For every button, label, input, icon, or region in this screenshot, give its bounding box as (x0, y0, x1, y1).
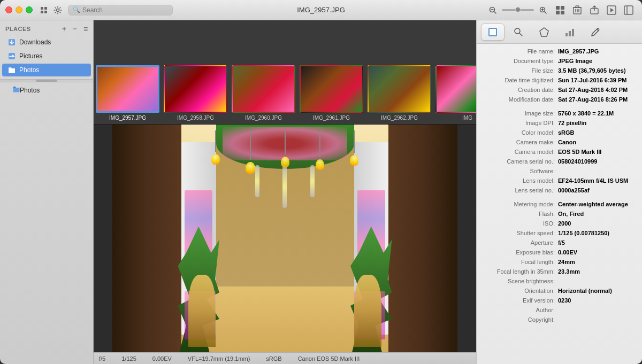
thumbnail-item-3[interactable]: IMG_2961.JPG (297, 62, 365, 124)
info-label: Aperture: (483, 239, 558, 246)
svg-marker-24 (610, 8, 614, 12)
search-box[interactable]: 🔍 (68, 5, 173, 16)
info-value: 058024010999 (558, 158, 636, 165)
thumbnail-label-2: IMG_2960.JPG (245, 115, 282, 121)
thumbnail-item-1[interactable]: IMG_2958.JPG (162, 62, 230, 124)
info-row: Camera serial no.:058024010999 (477, 157, 642, 167)
sidebar-item-photos[interactable]: Photos (2, 64, 91, 76)
zoom-slider[interactable] (502, 3, 534, 18)
maximize-button[interactable]: + (26, 6, 33, 13)
thumbnail-image-0 (96, 65, 159, 113)
info-row: Lens serial no.:0000a255af (477, 186, 642, 196)
thumbnail-item-0[interactable]: IMG_2957.JPG (94, 62, 162, 124)
close-button[interactable]: × (5, 6, 12, 13)
sidebar: Places ＋ － ≡ Downloads Pictures (0, 20, 94, 364)
thumbnail-label-5: IMG (462, 115, 472, 121)
settings-button[interactable] (52, 4, 64, 16)
delete-button[interactable] (569, 3, 585, 18)
inspector-tab-edit[interactable] (584, 24, 607, 41)
inspector-tab-filter[interactable] (532, 24, 556, 41)
info-value: IMG_2957.JPG (558, 48, 636, 55)
info-row: Modification date:Sat 27-Aug-2016 8:26 P… (477, 95, 642, 105)
inspector-toolbar (477, 20, 642, 44)
photos-sub-icon (13, 86, 20, 94)
sidebar-add-button[interactable]: ＋ (59, 24, 70, 34)
info-label: Lens serial no.: (483, 187, 558, 193)
info-value: 1/125 (0.00781250) (558, 230, 636, 236)
sidebar-item-pictures[interactable]: Pictures (2, 50, 91, 63)
info-value: 24mm (558, 259, 636, 265)
info-row: Date time digitized:Sun 17-Jul-2016 6:39… (477, 76, 642, 86)
info-row: Focal length in 35mm:23.3mm (477, 267, 642, 277)
zoom-in-button[interactable] (535, 3, 551, 18)
inspector-tab-search[interactable] (507, 24, 530, 41)
inspector-content: File name:IMG_2957.JPGDocument type:JPEG… (477, 44, 642, 364)
status-aperture: f/5 (99, 355, 105, 362)
info-rows: File name:IMG_2957.JPGDocument type:JPEG… (477, 47, 642, 325)
main-image (112, 125, 457, 352)
status-camera: Canon EOS 5D Mark III (298, 355, 360, 362)
play-button[interactable] (603, 3, 620, 18)
info-value: 23.3mm (558, 268, 636, 275)
sidebar-toggle-button[interactable] (621, 3, 637, 18)
info-label: Exif version: (483, 297, 558, 304)
info-row: Creation date:Sat 27-Aug-2016 4:02 PM (477, 86, 642, 95)
info-row: ISO:2000 (477, 219, 642, 229)
content-area: IMG_2957.JPG IMG_2958.JPG IMG_2960.JPG I… (94, 20, 476, 364)
status-shutter: 1/125 (121, 355, 136, 362)
thumbnail-strip: IMG_2957.JPG IMG_2958.JPG IMG_2960.JPG I… (94, 20, 476, 125)
main-window: × − + 🔍 IMG_2957.JPG (0, 0, 642, 364)
info-label: Color model: (483, 129, 558, 136)
info-value: EOS 5D Mark III (558, 149, 636, 155)
svg-line-7 (494, 12, 496, 13)
info-label: Scene brightness: (483, 278, 558, 284)
info-value: Canon (558, 139, 636, 145)
info-label: File name: (483, 48, 558, 55)
info-label: Copyright: (483, 316, 558, 323)
sidebar-subitem-photos[interactable]: Photos (0, 84, 93, 96)
svg-rect-12 (556, 6, 560, 10)
share-button[interactable] (586, 3, 602, 18)
thumbnail-label-1: IMG_2958.JPG (177, 115, 214, 121)
photos-folder-icon (7, 66, 16, 74)
info-value: EF24-105mm f/4L IS USM (558, 177, 636, 184)
info-row: File name:IMG_2957.JPG (477, 47, 642, 57)
svg-rect-3 (44, 11, 47, 13)
minimize-button[interactable]: − (16, 6, 22, 13)
sidebar-item-downloads[interactable]: Downloads (2, 36, 91, 49)
info-value: On, Fired (558, 211, 636, 217)
info-label: Shutter speed: (483, 230, 558, 236)
svg-line-11 (545, 12, 546, 13)
info-label: Document type: (483, 58, 558, 64)
info-row: Image DPI:72 pixel/in (477, 119, 642, 128)
svg-rect-36 (572, 29, 574, 36)
thumbnail-image-2 (232, 65, 295, 113)
thumbnail-item-4[interactable]: IMG_2962.JPG (365, 62, 433, 124)
info-label: Modification date: (483, 96, 558, 103)
info-label: Focal length in 35mm: (483, 268, 558, 275)
inspector-tab-chart[interactable] (558, 24, 582, 41)
sidebar-remove-button[interactable]: － (70, 24, 80, 34)
info-label: Camera serial no.: (483, 158, 558, 165)
thumbnail-image-3 (300, 65, 363, 113)
info-row: Image size:5760 x 3840 = 22.1M (477, 109, 642, 119)
info-label: Date time digitized: (483, 77, 558, 83)
svg-line-37 (597, 29, 599, 31)
sidebar-item-photos-label: Photos (19, 66, 39, 74)
thumbnail-item-2[interactable]: IMG_2960.JPG (230, 62, 297, 124)
svg-rect-15 (561, 11, 564, 14)
search-input[interactable] (82, 6, 168, 14)
svg-point-4 (57, 9, 59, 11)
zoom-out-button[interactable] (485, 3, 501, 18)
info-row: Color model:sRGB (477, 128, 642, 138)
grid-view-button[interactable] (38, 4, 50, 16)
info-label: Orientation: (483, 288, 558, 294)
thumbnail-item-5[interactable]: IMG (433, 62, 476, 124)
inspector-tab-preview[interactable] (481, 24, 505, 41)
info-value: Horizontal (normal) (558, 288, 636, 294)
info-label: Flash: (483, 211, 558, 217)
grid-toggle-button[interactable] (552, 3, 568, 18)
info-label: Focal length: (483, 259, 558, 265)
sidebar-options-button[interactable]: ≡ (80, 24, 91, 34)
svg-rect-2 (41, 11, 43, 13)
